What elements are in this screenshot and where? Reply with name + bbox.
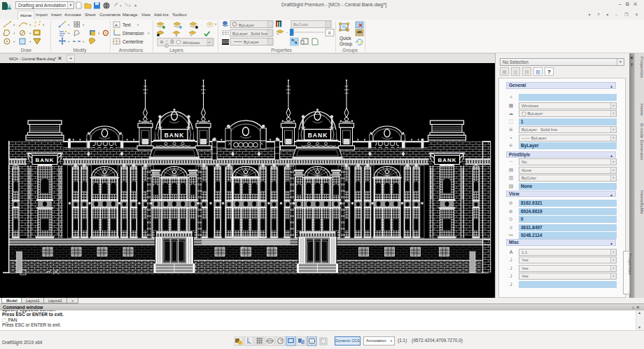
svg-text:Windows: Windows <box>183 41 200 45</box>
svg-text:ByLayer: ByLayer <box>232 32 248 36</box>
svg-text:·: · <box>184 23 186 27</box>
svg-text:BANK: BANK <box>35 157 54 163</box>
svg-text:Text: Text <box>122 22 131 27</box>
svg-text:ByLayer: ByLayer <box>239 23 254 27</box>
svg-text:▾: ▾ <box>137 23 139 27</box>
svg-text:▾: ▾ <box>68 32 70 35</box>
svg-text:Dimension: Dimension <box>122 31 144 36</box>
svg-text:BANK: BANK <box>308 132 328 139</box>
svg-text:∗: ∗ <box>134 4 137 8</box>
svg-text:BANK: BANK <box>164 132 185 139</box>
svg-text:Group: Group <box>340 41 352 47</box>
svg-text:▾: ▾ <box>148 32 150 35</box>
svg-text:▾: ▾ <box>13 32 15 35</box>
svg-text:·: · <box>214 32 216 35</box>
svg-text:▾: ▾ <box>68 40 70 43</box>
svg-text:·: · <box>200 23 202 27</box>
svg-text:▾: ▾ <box>13 40 15 43</box>
svg-text:ByColor: ByColor <box>293 22 308 27</box>
svg-text:▾: ▾ <box>68 23 70 27</box>
svg-text:▾: ▾ <box>29 23 31 27</box>
svg-text:▾: ▾ <box>29 40 31 43</box>
svg-text:A: A <box>115 23 118 27</box>
svg-text:Solid line: Solid line <box>251 32 268 36</box>
svg-text:▾: ▾ <box>83 23 85 27</box>
svg-text:▾: ▾ <box>129 4 131 8</box>
svg-text:▾: ▾ <box>43 23 45 27</box>
svg-text:·: · <box>168 23 169 27</box>
svg-text:Centerline: Centerline <box>122 39 144 44</box>
svg-text:▾: ▾ <box>29 32 31 35</box>
svg-text:BANK: BANK <box>438 157 456 163</box>
svg-text:–: – <box>286 30 288 34</box>
svg-text:▾: ▾ <box>83 40 85 43</box>
svg-text:ByLayer: ByLayer <box>244 40 259 44</box>
svg-text:▾: ▾ <box>13 23 15 27</box>
svg-text:Quick: Quick <box>340 36 351 41</box>
svg-text:▾: ▾ <box>215 22 217 26</box>
svg-text:▾: ▾ <box>120 4 122 8</box>
svg-text:▾: ▾ <box>98 32 100 35</box>
